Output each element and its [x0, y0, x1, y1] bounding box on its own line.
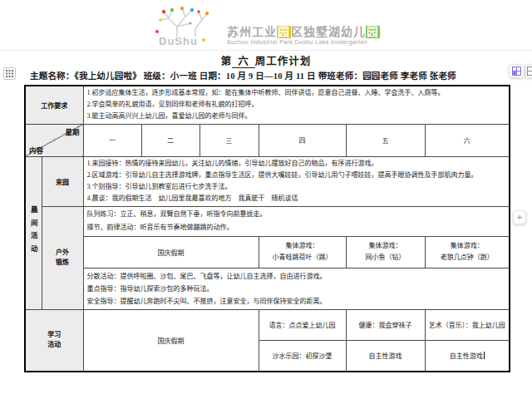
day-header-mon[interactable]: 一 [83, 124, 141, 156]
cell-holiday-games[interactable]: 国庆假期 [83, 236, 259, 268]
title-suffix: 周工作计划 [255, 56, 312, 67]
group-game-name: 小青蛙跳荷叶（跳） [259, 252, 346, 264]
header-divider [0, 50, 532, 51]
table-move-handle-icon [6, 70, 13, 77]
group-game-title: 集体游戏： [259, 240, 346, 252]
label-work-requirements[interactable]: 工作要求 [25, 86, 83, 124]
weekly-plan-table: 工作要求 1.初步适应集体生活，逐步形成基本常规，如：能在集体中听教师、同伴讲话… [24, 85, 510, 372]
corner-week-label: 星期 [65, 126, 79, 136]
cell-holiday-learning[interactable]: 国庆假期 [83, 309, 259, 372]
drill-line: 操节、韵律活动：听音乐有节奏地做蹦跳的动作。 [87, 221, 506, 234]
svg-text:DuShu: DuShu [159, 35, 198, 47]
corner-content-label: 内容 [29, 145, 43, 155]
arrival-line: 4.晨谈：我的假期生活 幼儿园里我最喜欢的地方 我真能干 随机谈话 [87, 193, 506, 204]
day-header-tue[interactable]: 二 [141, 124, 200, 156]
day-header-thu[interactable]: 四 [259, 124, 346, 156]
table-move-handle[interactable] [3, 67, 16, 80]
cell-group-game-sat[interactable]: 集体游戏： 老狼几点钟（跑） [425, 236, 510, 268]
scatter-line: 分散活动：提供呼啦圈、沙包、尾巴、飞盘等，让幼儿自主选择，自由进行游戏。 [87, 270, 506, 283]
logo-tree-icon: DuShu [152, 3, 224, 48]
drill-line: 队列练习：立正、稍息，双臂自然下垂，听指令向前靠拢走。 [87, 208, 506, 221]
group-game-name: 老狼几点钟（跑） [426, 252, 510, 264]
clipped-tool-icon [527, 66, 532, 76]
group-game-title: 集体游戏： [347, 240, 425, 252]
cell-drill[interactable]: 队列练习：立正、稍息，双臂自然下垂，听指令向前靠拢走。 操节、韵律活动：听音乐有… [83, 206, 510, 236]
work-req-line: 1.初步适应集体生活，逐步形成基本常规，如：能在集体中听教师、同伴讲话，愿意自己… [87, 87, 506, 99]
scatter-line: 安全指导：提醒幼儿奔跑时不尖叫、不推挤，注意安全，与同伴保持安全的距离。 [87, 295, 506, 308]
logo-cn-box2: 园 [366, 26, 380, 38]
floating-add-button[interactable]: + [513, 210, 526, 224]
morning-activity-text: 晨间活动 [28, 206, 38, 258]
cell-work-requirements[interactable]: 1.初步适应集体生活，逐步形成基本常规，如：能在集体中听教师、同伴讲话，愿意自己… [83, 86, 510, 124]
logo-name-cn: 苏州工业园区独墅湖幼儿园 [227, 26, 380, 38]
theme-info-line[interactable]: 主题名称：《我上幼儿园啦》 班级：小一班 日期：10 月 9 日—10 月 11… [30, 69, 508, 81]
kindergarten-logo: DuShu 苏州工业园区独墅湖幼儿园 Suzhou Industrial Par… [0, 3, 532, 48]
title-prefix: 第 [221, 56, 233, 67]
cell-learning-language[interactable]: 语言：点点爱上幼儿园 [259, 309, 346, 340]
learning-activity-text: 学习活动 [47, 330, 62, 350]
plus-icon: + [517, 213, 522, 222]
logo-name-en: Suzhou Industrial Park Dushu Lake kinder… [227, 39, 367, 45]
cell-arrival[interactable]: 1.来园接待：热情的接待来园幼儿，关注幼儿的情绪，引导幼儿摆放好自己的物品，有序… [83, 156, 510, 206]
cell-learning-health[interactable]: 健康：我会穿袜子 [346, 309, 425, 340]
logo-cn-part2: 区独墅湖幼儿 [291, 25, 366, 38]
day-header-sat[interactable]: 六 [425, 124, 510, 156]
cell-learning-art[interactable]: 艺术（音乐）：我上幼儿园 [425, 309, 510, 340]
outdoor-exercise-text: 户外锻炼 [54, 248, 70, 268]
cell-sand-water[interactable]: 沙水乐园：初探沙堡 [259, 340, 346, 372]
arrival-line: 2.区域游戏：引导幼儿自主选择游戏牌，重点指导生活区，提供大嘴娃娃，引导幼儿用勺… [87, 170, 506, 181]
group-game-title: 集体游戏： [426, 240, 510, 252]
group-game-name: 网小鱼（钻） [347, 252, 425, 264]
label-outdoor-exercise[interactable]: 户外锻炼 [42, 206, 83, 309]
cell-group-game-thu[interactable]: 集体游戏： 小青蛙跳荷叶（跳） [259, 236, 346, 268]
floating-grid-tool-button[interactable] [509, 64, 525, 78]
label-arrival[interactable]: 来园 [42, 156, 83, 206]
corner-week-content-cell[interactable]: 星期 内容 [25, 124, 83, 156]
page-title[interactable]: 第六周工作计划 [0, 52, 532, 68]
logo-cn-box1: 园 [277, 26, 291, 38]
arrival-line: 1.来园接待：热情的接待来园幼儿，关注幼儿的情绪，引导幼儿摆放好自己的物品，有序… [87, 158, 506, 170]
arrival-line: 3.个别指导：引导幼儿到教室后进行七步洗手法。 [87, 181, 506, 193]
label-morning-activity[interactable]: 晨间活动 [25, 156, 42, 309]
day-header-wed[interactable]: 三 [200, 124, 259, 156]
label-learning-activity[interactable]: 学习活动 [25, 309, 83, 372]
grid-tool-icon [512, 66, 521, 76]
cell-free-play-fri[interactable]: 自主性游戏 [346, 340, 425, 372]
work-req-line: 2.学会简单的礼貌用语，见到同伴和老师有礼貌的打招呼。 [87, 99, 506, 111]
scatter-line: 重点指导：指导幼儿探索沙包的多种玩法。 [87, 283, 506, 295]
free-play-text: 自主性游戏 [450, 352, 483, 360]
work-req-line: 3.能主动高高兴兴上幼儿园，喜爱幼儿园的老师与同伴。 [87, 111, 506, 122]
text-cursor [484, 352, 485, 359]
cell-scatter-activity[interactable]: 分散活动：提供呼啦圈、沙包、尾巴、飞盘等，让幼儿自主选择，自由进行游戏。 重点指… [83, 268, 510, 309]
document-page: DuShu 苏州工业园区独墅湖幼儿园 Suzhou Industrial Par… [0, 0, 532, 399]
floating-clipped-tool-button[interactable] [525, 64, 532, 78]
title-week-number: 六 [232, 56, 255, 68]
day-header-fri[interactable]: 五 [346, 124, 425, 156]
cell-group-game-fri[interactable]: 集体游戏： 网小鱼（钻） [346, 236, 425, 268]
logo-cn-part1: 苏州工业 [227, 25, 277, 38]
cell-free-play-sat[interactable]: 自主性游戏 [425, 340, 510, 372]
